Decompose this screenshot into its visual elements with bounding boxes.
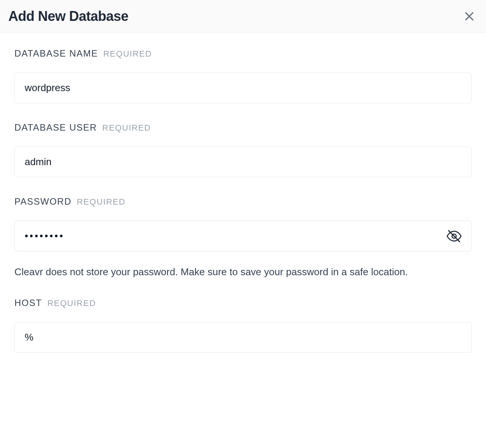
close-button[interactable] [463,10,475,22]
password-helper-text: Cleavr does not store your password. Mak… [14,265,472,279]
required-tag: REQUIRED [47,298,96,308]
password-label: PASSWORD [14,196,71,207]
host-input[interactable] [14,322,472,353]
eye-off-icon [446,228,462,245]
database-name-group: DATABASE NAME REQUIRED [14,48,472,103]
close-icon [463,10,475,22]
password-input[interactable] [14,221,472,251]
database-user-label: DATABASE USER [14,122,97,133]
database-name-label: DATABASE NAME [14,48,98,59]
database-user-group: DATABASE USER REQUIRED [14,122,472,177]
toggle-password-visibility-button[interactable] [446,228,462,245]
modal-content: DATABASE NAME REQUIRED DATABASE USER REQ… [0,33,486,387]
password-label-row: PASSWORD REQUIRED [14,196,472,207]
required-tag: REQUIRED [103,49,152,59]
required-tag: REQUIRED [77,197,125,207]
modal-header: Add New Database [0,0,486,33]
database-name-input[interactable] [14,73,472,103]
password-wrapper [14,221,472,251]
database-user-label-row: DATABASE USER REQUIRED [14,122,472,133]
host-label-row: HOST REQUIRED [14,298,472,308]
password-group: PASSWORD REQUIRED Cleavr does not store … [14,196,472,279]
database-name-label-row: DATABASE NAME REQUIRED [14,48,472,59]
host-group: HOST REQUIRED [14,298,472,353]
host-label: HOST [14,298,42,308]
modal-title: Add New Database [8,8,128,24]
database-user-input[interactable] [14,147,472,177]
required-tag: REQUIRED [102,123,151,133]
